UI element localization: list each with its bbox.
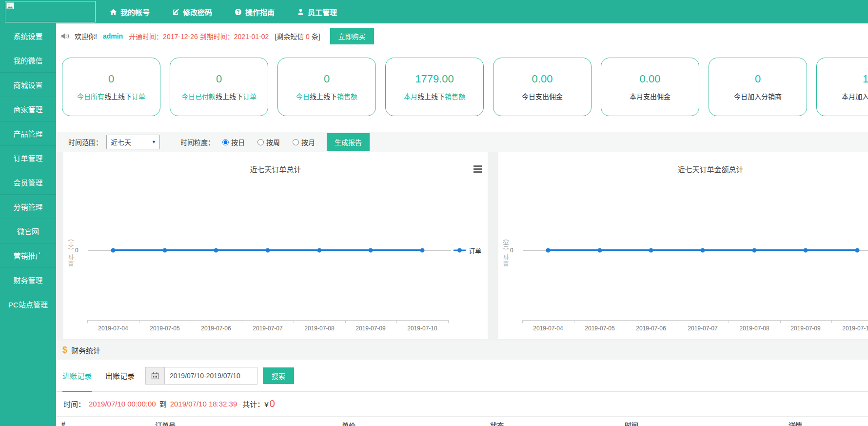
x-axis-tick [677,320,677,323]
search-button[interactable]: 搜索 [263,367,294,384]
x-axis-date-label: 2019-07-09 [786,325,825,332]
x-axis-tick [294,320,294,323]
sidebar-item-label: 我的微信 [13,55,42,65]
buy-now-button[interactable]: 立即购买 [330,28,374,44]
chart-title: 近七天订单金额总计 [498,164,868,174]
tab-income-records[interactable]: 进账记录 [62,360,92,391]
generate-report-button[interactable]: 生成报告 [327,133,370,151]
dollar-icon: $ [62,345,67,355]
stat-card-value: 0.00 [640,73,661,85]
nav-item-label: 修改密码 [183,7,212,17]
table-column-0: # [61,420,65,426]
sidebar-item-micro-website[interactable]: 微官网 [0,219,56,243]
nav-item-change-password[interactable]: 修改密码 [172,7,212,17]
data-point [546,248,551,253]
finance-summary-row: 时间： 2019/07/10 00:00:00 到 2019/07/10 18:… [56,392,868,415]
stat-card-today-sales: 0今日线上线下销售额 [277,58,376,116]
stat-card-label-segment: 今日所有 [77,93,104,101]
x-axis-tick [574,320,574,323]
stat-card-label: 本月线上线下销售额 [404,91,465,101]
summary-total-value: 0 [270,398,275,409]
sidebar-item-mall-settings[interactable]: 商城设置 [0,72,56,97]
chart-menu-icon[interactable] [473,165,482,173]
table-column-1: 订单号 [155,420,176,426]
stat-card-label-segment: 今日支出佣金 [522,93,563,101]
granularity-radio[interactable] [257,139,264,145]
x-axis-tick [729,320,729,323]
granularity-label: 时间粒度： [180,137,215,147]
username: admin [103,32,123,40]
x-axis-date-label: 2019-07-04 [529,325,568,332]
sidebar-item-member-management[interactable]: 会员管理 [0,170,56,194]
x-axis-tick [831,320,832,323]
welcome-bar: 欢迎你! admin 开通时间：2017-12-26 到期时间：2021-01-… [56,23,868,49]
main-content: 欢迎你! admin 开通时间：2017-12-26 到期时间：2021-01-… [56,23,868,426]
stat-card-label-segment: 订单 [243,93,256,101]
data-point [163,248,167,253]
granularity-radio[interactable] [222,139,229,145]
speaker-icon [61,32,71,40]
nav-item-guide[interactable]: 操作指南 [235,7,275,17]
summary-to-label: 到 [159,399,167,409]
nav-item-staff[interactable]: 员工管理 [297,7,337,17]
x-axis-tick [448,320,449,323]
date-range-input[interactable] [165,367,257,385]
summary-end-time: 2019/07/10 18:32:39 [170,400,237,408]
time-range-select[interactable]: 近七天 ▼ [106,135,160,149]
granularity-option-0[interactable]: 按日 [222,137,245,147]
stat-card-label-segment: 订单 [132,93,145,101]
table-column-3: 状态 [490,420,504,426]
finance-section-title: 财务统计 [71,345,100,355]
sidebar-item-product-management[interactable]: 产品管理 [0,121,56,145]
sidebar-item-order-management[interactable]: 订单管理 [0,145,56,170]
granularity-radio[interactable] [293,139,299,145]
stat-card-label: 今日已付款线上线下订单 [181,91,256,101]
granularity-option-label: 按月 [301,137,315,147]
chart-legend[interactable]: 订单 [454,246,481,255]
sidebar-item-label: 产品管理 [13,128,42,139]
legend-line-icon [454,250,466,251]
sidebar-item-marketing[interactable]: 营销推广 [0,243,56,267]
table-column-5: 详情 [789,420,802,426]
x-axis-tick [780,320,781,323]
filter-bar: 时间范围： 近七天 ▼ 时间粒度： 按日按周按月 生成报告 [56,132,868,152]
sidebar-item-pc-site-management[interactable]: PC站点管理 [0,292,56,316]
legend-label: 订单 [469,246,481,255]
stat-card-label-segment: 线上线下 [216,93,243,101]
y-axis-tick: 0 [75,247,79,254]
sidebar-item-finance-management[interactable]: 财务管理 [0,267,56,292]
sidebar-item-system-settings[interactable]: 系统设置 [0,23,56,48]
charts-row: 近七天订单总计单位（个）02019-07-042019-07-052019-07… [56,152,868,341]
stat-card-today-commission: 0.00今日支出佣金 [493,58,592,116]
x-axis-date-label: 2019-07-10 [838,325,868,332]
home-icon [110,8,117,16]
calendar-button[interactable] [145,367,165,385]
chart-title: 近七天订单总计 [63,164,488,174]
table-column-4: 时间 [625,420,638,426]
logo[interactable] [5,1,96,22]
granularity-option-2[interactable]: 按月 [293,137,315,147]
sidebar-item-label: 营销推广 [13,250,42,261]
stat-card-month-sales: 1779.00本月线上线下销售额 [385,58,484,116]
nav-item-my-account[interactable]: 我的帐号 [110,7,150,17]
stat-card-label: 今日支出佣金 [522,91,563,101]
stat-card-label: 本月支出佣金 [630,91,671,101]
x-axis-tick [87,320,88,323]
sidebar-item-label: 财务管理 [13,275,42,285]
tab-expense-records[interactable]: 出账记录 [105,360,135,391]
stat-card-month-commission: 0.00本月支出佣金 [601,58,699,116]
data-point [369,248,373,253]
edit-icon [172,8,179,16]
chevron-down-icon: ▼ [152,140,156,144]
sidebar-item-my-wechat[interactable]: 我的微信 [0,48,56,72]
data-point [855,248,860,253]
stat-card-value: 1779.00 [415,73,454,85]
granularity-option-1[interactable]: 按周 [257,137,280,147]
stat-card-value: 0 [108,73,114,85]
time-range-value: 近七天 [111,137,131,147]
sidebar-item-merchant-management[interactable]: 商家管理 [0,97,56,121]
x-axis-tick [345,320,346,323]
stats-cards-row: 0今日所有线上线下订单0今日已付款线上线下订单0今日线上线下销售额1779.00… [62,58,868,116]
x-axis-tick [191,320,191,323]
sidebar-item-distribution-management[interactable]: 分销管理 [0,194,56,219]
